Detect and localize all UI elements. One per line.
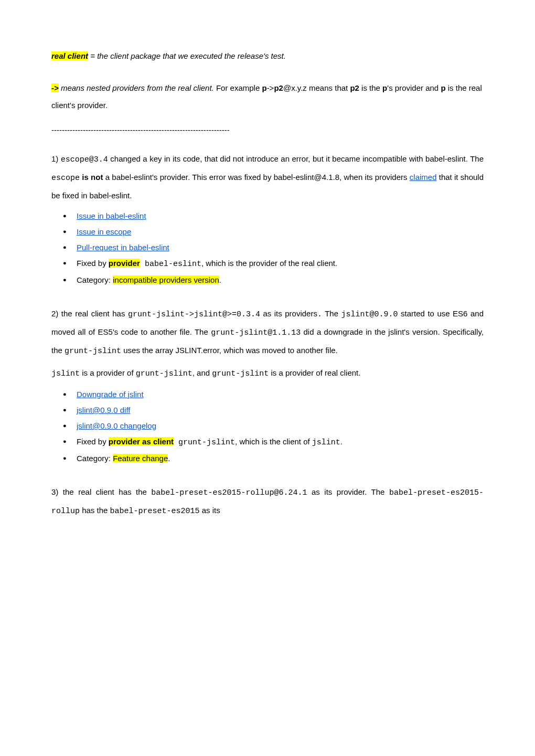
item-1: 1) escope@3.4 changed a key in its code,… bbox=[51, 150, 484, 288]
item-2: 2) the real client has grunt-jslint->jsl… bbox=[51, 305, 484, 466]
link-downgrade-jslint[interactable]: Downgrade of jslint bbox=[77, 390, 144, 399]
code-text: grunt-jslint->jslint@>=0.3.4 bbox=[128, 310, 260, 319]
link-pr-babel-eslint[interactable]: Pull-request in babel-eslint bbox=[77, 243, 169, 252]
code-text: escope@3.4 bbox=[61, 155, 108, 164]
item-1-body: 1) escope@3.4 changed a key in its code,… bbox=[51, 150, 484, 204]
def-real-client: = the client package that we executed th… bbox=[88, 51, 286, 60]
term-real-client: real client bbox=[51, 51, 88, 60]
category-label: incompatible providers version bbox=[113, 275, 219, 284]
list-item: Category: Feature change. bbox=[77, 451, 484, 466]
list-item: Issue in escope bbox=[77, 224, 484, 240]
definition-real-client: real client = the client package that we… bbox=[51, 47, 484, 65]
code-text: babel-preset-es2015 bbox=[110, 507, 200, 516]
code-text: escope bbox=[51, 174, 80, 183]
list-item: jslint@0.9.0 diff bbox=[77, 402, 484, 418]
definition-arrow: -> means nested providers from the real … bbox=[51, 79, 484, 114]
list-item: Fixed by provider babel-eslint, which is… bbox=[77, 255, 484, 272]
fixed-by-label: provider bbox=[109, 259, 140, 268]
list-item: Issue in babel-eslint bbox=[77, 208, 484, 224]
code-text: grunt-jslint bbox=[65, 347, 121, 356]
code-text: . bbox=[317, 310, 322, 319]
link-jslint-changelog[interactable]: jslint@0.9.0 changelog bbox=[77, 421, 156, 430]
list-item: Downgrade of jslint bbox=[77, 387, 484, 402]
link-jslint-diff[interactable]: jslint@0.9.0 diff bbox=[77, 406, 131, 414]
code-text: jslint bbox=[51, 369, 80, 378]
list-item: Pull-request in babel-eslint bbox=[77, 240, 484, 255]
link-issue-babel-eslint[interactable]: Issue in babel-eslint bbox=[77, 211, 146, 220]
fixed-by-label: provider as client bbox=[109, 437, 174, 446]
item-2-body2: jslint is a provider of grunt-jslint, an… bbox=[51, 364, 484, 382]
code-text: grunt-jslint bbox=[212, 369, 269, 378]
divider: ----------------------------------------… bbox=[51, 124, 484, 135]
code-text: babel-preset-es2015-rollup@6.24.1 bbox=[151, 488, 307, 497]
link-issue-escope[interactable]: Issue in escope bbox=[77, 227, 131, 236]
list-item: Category: incompatible providers version… bbox=[77, 272, 484, 288]
item-3: 3) the real client has the babel-preset-… bbox=[51, 483, 484, 520]
category-label: Feature change bbox=[113, 454, 168, 463]
code-text: jslint@0.9.0 bbox=[341, 310, 398, 319]
document-page: real client = the client package that we… bbox=[0, 0, 535, 568]
code-text: grunt-jslint@1.1.13 bbox=[211, 328, 301, 337]
term-arrow: -> bbox=[51, 83, 59, 92]
list-item: Fixed by provider as client grunt-jslint… bbox=[77, 434, 484, 451]
list-item: jslint@0.9.0 changelog bbox=[77, 418, 484, 434]
item-1-bullets: Issue in babel-eslint Issue in escope Pu… bbox=[51, 208, 484, 288]
inline-link[interactable]: claimed bbox=[410, 173, 437, 182]
item-2-body: 2) the real client has grunt-jslint->jsl… bbox=[51, 305, 484, 360]
item-2-bullets: Downgrade of jslint jslint@0.9.0 diff js… bbox=[51, 387, 484, 466]
code-text: grunt-jslint bbox=[136, 369, 192, 378]
